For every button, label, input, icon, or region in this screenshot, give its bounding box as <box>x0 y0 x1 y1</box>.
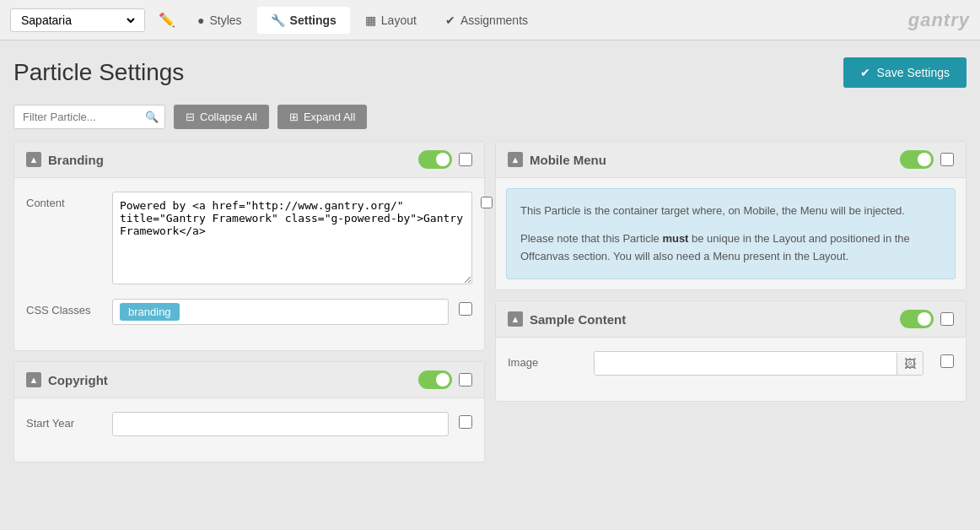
tab-assignments-label: Assignments <box>460 14 528 27</box>
sample-content-card-body: Image 🖼 <box>496 338 966 401</box>
expand-icon: ⊞ <box>289 111 299 123</box>
content-field-checkbox[interactable] <box>481 197 493 208</box>
nav-tabs: ● Styles 🔧 Settings ▦ Layout ✔ Assignmen… <box>184 7 908 34</box>
sample-content-collapse-button[interactable]: ▲ <box>508 311 523 327</box>
branding-header-right <box>418 150 472 169</box>
tab-layout[interactable]: ▦ Layout <box>352 7 430 34</box>
copyright-card-checkbox[interactable] <box>459 373 472 387</box>
copyright-header-left: ▲ Copyright <box>26 372 108 387</box>
branding-card-checkbox[interactable] <box>459 153 472 166</box>
branding-card: ▲ Branding Content <box>13 141 485 351</box>
mobile-menu-title: Mobile Menu <box>530 153 606 167</box>
assignments-icon: ✔ <box>445 14 455 27</box>
tab-settings[interactable]: 🔧 Settings <box>257 7 350 34</box>
expand-all-button[interactable]: ⊞ Expand All <box>277 105 367 129</box>
start-year-label: Start Year <box>26 412 102 430</box>
info-text-pre: Please note that this Particle <box>520 232 662 245</box>
gantry-logo: gantry <box>908 9 970 31</box>
sample-content-card-checkbox[interactable] <box>940 312 954 326</box>
save-checkmark-icon: ✔ <box>860 66 870 79</box>
css-classes-control: branding <box>112 299 449 325</box>
collapse-all-label: Collapse All <box>200 111 257 123</box>
start-year-control <box>112 412 449 436</box>
sample-content-title: Sample Content <box>530 312 626 327</box>
settings-icon: 🔧 <box>271 14 285 27</box>
content-area: Particle Settings ✔ Save Settings 🔍 ⊟ Co… <box>0 41 980 479</box>
image-path-input[interactable] <box>595 352 897 375</box>
left-column: ▲ Branding Content <box>13 141 485 462</box>
main-columns: ▲ Branding Content <box>13 141 967 462</box>
theme-dropdown[interactable]: Sapataria <box>18 13 137 28</box>
copyright-title: Copyright <box>48 373 108 387</box>
content-textarea[interactable]: Powered by <a href="http://www.gantry.or… <box>112 192 472 284</box>
branding-toggle[interactable] <box>418 150 452 169</box>
theme-selector[interactable]: Sapataria <box>10 8 145 32</box>
branding-header-left: ▲ Branding <box>26 152 104 167</box>
sample-content-toggle[interactable] <box>900 310 934 328</box>
expand-all-label: Expand All <box>304 111 355 123</box>
branding-tag-chip[interactable]: branding <box>120 303 180 321</box>
filter-input-wrapper: 🔍 <box>13 105 165 129</box>
image-field-checkbox[interactable] <box>940 354 954 368</box>
collapse-all-button[interactable]: ⊟ Collapse All <box>174 105 269 129</box>
content-label: Content <box>26 192 102 209</box>
styles-icon: ● <box>197 14 204 27</box>
sample-content-header-left: ▲ Sample Content <box>508 311 626 327</box>
sample-content-header-right <box>900 310 954 328</box>
sample-content-image-row: Image 🖼 <box>508 351 954 376</box>
copyright-toggle-slider <box>418 370 452 389</box>
start-year-input[interactable] <box>112 412 449 436</box>
save-settings-label: Save Settings <box>877 66 950 79</box>
branding-content-field-row: Content Powered by <a href="http://www.g… <box>26 192 472 287</box>
page-title: Particle Settings <box>13 59 184 86</box>
mobile-menu-card-checkbox[interactable] <box>940 153 954 166</box>
content-control: Powered by <a href="http://www.gantry.or… <box>112 192 472 287</box>
mobile-menu-toggle-slider <box>900 150 934 169</box>
start-year-checkbox[interactable] <box>459 415 472 429</box>
save-settings-button[interactable]: ✔ Save Settings <box>843 57 967 88</box>
copyright-card-header: ▲ Copyright <box>14 362 484 398</box>
branding-css-field-row: CSS Classes branding <box>26 299 472 325</box>
mobile-menu-info-line2: Please note that this Particle must be u… <box>520 230 941 266</box>
info-text-bold: must <box>662 232 688 245</box>
mobile-menu-card-header: ▲ Mobile Menu <box>496 142 966 178</box>
filter-particle-input[interactable] <box>13 105 165 129</box>
sample-content-toggle-slider <box>900 310 934 328</box>
mobile-menu-card: ▲ Mobile Menu This Particle is the conta… <box>495 141 967 290</box>
filter-row: 🔍 ⊟ Collapse All ⊞ Expand All <box>13 105 967 129</box>
copyright-card-body: Start Year <box>14 398 484 462</box>
branding-card-header: ▲ Branding <box>14 142 484 178</box>
page-header: Particle Settings ✔ Save Settings <box>13 57 967 88</box>
top-navigation: Sapataria ✏️ ● Styles 🔧 Settings ▦ Layou… <box>0 0 980 41</box>
tab-styles-label: Styles <box>209 14 241 27</box>
tab-settings-label: Settings <box>290 14 337 27</box>
branding-card-body: Content Powered by <a href="http://www.g… <box>14 178 484 350</box>
branding-title: Branding <box>48 153 104 167</box>
copyright-card: ▲ Copyright Start Year <box>13 361 485 462</box>
collapse-icon: ⊟ <box>186 111 195 123</box>
copyright-start-year-row: Start Year <box>26 412 472 436</box>
mobile-menu-toggle[interactable] <box>900 150 934 169</box>
branding-collapse-button[interactable]: ▲ <box>26 152 41 167</box>
edit-theme-button[interactable]: ✏️ <box>153 8 180 31</box>
css-classes-checkbox[interactable] <box>459 302 472 316</box>
sample-content-card-header: ▲ Sample Content <box>496 301 966 338</box>
copyright-header-right <box>418 370 472 389</box>
mobile-menu-collapse-button[interactable]: ▲ <box>508 152 523 167</box>
mobile-menu-info-line1: This Particle is the container target wh… <box>520 203 941 220</box>
right-column: ▲ Mobile Menu This Particle is the conta… <box>495 141 967 462</box>
tab-styles[interactable]: ● Styles <box>184 7 256 34</box>
copyright-toggle[interactable] <box>418 370 452 389</box>
image-label: Image <box>508 351 584 369</box>
search-icon: 🔍 <box>145 111 159 123</box>
mobile-menu-info-box: This Particle is the container target wh… <box>506 188 956 279</box>
image-input-wrapper: 🖼 <box>594 351 923 376</box>
css-classes-label: CSS Classes <box>26 299 102 316</box>
image-browse-button[interactable]: 🖼 <box>897 353 923 375</box>
branding-toggle-slider <box>418 150 452 169</box>
css-classes-input[interactable] <box>188 306 441 318</box>
copyright-collapse-button[interactable]: ▲ <box>26 372 41 387</box>
tab-assignments[interactable]: ✔ Assignments <box>432 7 541 34</box>
layout-icon: ▦ <box>365 14 376 27</box>
tab-layout-label: Layout <box>381 14 417 27</box>
